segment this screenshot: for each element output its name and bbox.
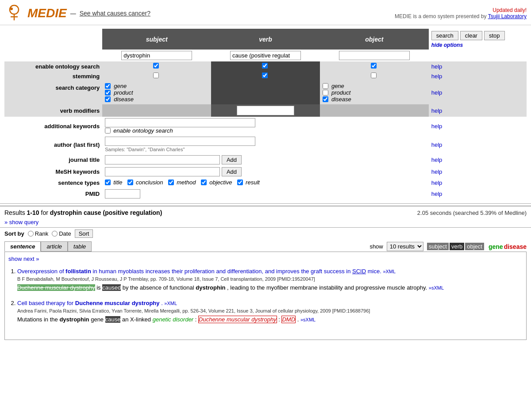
- result-1-sentence-xml[interactable]: »sXML: [429, 285, 444, 290]
- sentence-help-link[interactable]: help: [431, 179, 442, 186]
- category-gene-subject-checkbox[interactable]: [105, 83, 111, 89]
- journal-help-cell: help: [429, 154, 527, 166]
- result-1-title-link[interactable]: Overexpression of follistatin in human m…: [17, 268, 396, 275]
- results-count-select[interactable]: 10 results 20 results 50 results: [387, 242, 423, 251]
- sentence-method-checkbox[interactable]: [168, 179, 174, 185]
- journal-help-link[interactable]: help: [431, 157, 442, 163]
- ontology-verb-checkbox[interactable]: [262, 63, 268, 69]
- tab-sentence[interactable]: sentence: [4, 241, 41, 252]
- show-next-link[interactable]: show next »: [8, 256, 523, 262]
- results-info: Results 1-10 for dystrophin cause (posit…: [4, 209, 162, 216]
- filter-gene-label[interactable]: gene: [489, 243, 503, 250]
- ontology-verb-cell: [211, 61, 320, 71]
- category-gene-object-row: gene: [323, 83, 426, 89]
- tab-table[interactable]: table: [68, 241, 92, 252]
- author-input-cell: Samples: "Darwin", "Darwin Charles": [102, 135, 428, 154]
- journal-input[interactable]: [105, 155, 220, 164]
- subject-input[interactable]: [121, 51, 192, 60]
- additional-keywords-input[interactable]: [105, 118, 255, 127]
- ontology-object-checkbox[interactable]: [371, 63, 377, 69]
- category-product-subject-row: product: [105, 89, 208, 96]
- sentence-conclusion-checkbox[interactable]: [127, 179, 133, 185]
- category-gene-object-label: gene: [331, 83, 344, 89]
- show-label: show: [369, 243, 383, 250]
- additional-help-link[interactable]: help: [431, 123, 442, 130]
- category-product-subject-checkbox[interactable]: [105, 90, 111, 95]
- mesh-input[interactable]: [105, 167, 220, 176]
- ontology-row: enable ontology search help: [4, 61, 527, 71]
- stemming-help-link[interactable]: help: [431, 73, 442, 80]
- tab-controls: show 10 results 20 results 50 results su…: [369, 242, 527, 251]
- author-help-link[interactable]: help: [431, 141, 442, 148]
- col-header-subject: subject: [102, 29, 211, 50]
- category-gene-object-checkbox[interactable]: [323, 83, 328, 89]
- verb-input[interactable]: [230, 51, 301, 60]
- category-disease-subject-checkbox[interactable]: [105, 96, 111, 102]
- result-2-xml-link[interactable]: »XML: [164, 301, 177, 306]
- result-2-sentence: Mutations in the dystrophin gene cause a…: [17, 315, 523, 324]
- hide-options-link[interactable]: hide options: [431, 42, 524, 48]
- sentence-objective-checkbox[interactable]: [201, 179, 207, 185]
- clear-button[interactable]: clear: [460, 31, 482, 40]
- object-input[interactable]: [339, 51, 410, 60]
- verb-modifiers-verb-cell: [211, 104, 320, 117]
- mesh-add-button[interactable]: Add: [222, 167, 242, 176]
- category-product-object-checkbox[interactable]: [323, 90, 328, 95]
- sort-button[interactable]: Sort: [75, 229, 93, 238]
- pmid-help-link[interactable]: help: [431, 191, 442, 197]
- presented-text: MEDIE is a demo system presented by Tsuj…: [395, 13, 527, 19]
- result-1-xml-link[interactable]: »XML: [383, 269, 396, 274]
- result-item-1: Overexpression of follistatin in human m…: [17, 267, 523, 292]
- ontology-subject-checkbox[interactable]: [153, 63, 159, 69]
- show-query-link[interactable]: » show query: [4, 219, 38, 225]
- filter-object-label[interactable]: object: [465, 243, 484, 250]
- verb-input-cell: [211, 50, 320, 61]
- result-2-sentence-xml[interactable]: »sXML: [300, 317, 316, 322]
- sort-rank-radio[interactable]: [28, 231, 34, 237]
- sentence-types-label: sentence types: [4, 178, 102, 188]
- category-object-cell: gene product disease: [320, 81, 429, 104]
- results-query: dystrophin cause (positive regulation): [50, 209, 162, 216]
- filter-verb-label[interactable]: verb: [450, 243, 464, 250]
- mesh-help-link[interactable]: help: [431, 168, 442, 175]
- category-help-link[interactable]: help: [431, 89, 442, 96]
- stop-button[interactable]: stop: [484, 31, 505, 40]
- category-row: search category gene product disease: [4, 81, 527, 104]
- pmid-help-cell: help: [429, 188, 527, 200]
- pmid-row: PMID help: [4, 188, 527, 200]
- verb-modifiers-input[interactable]: [237, 106, 294, 115]
- category-disease-object-checkbox[interactable]: [323, 96, 328, 102]
- sentence-objective-text: objective: [209, 179, 232, 186]
- lab-link[interactable]: Tsujii Laboratory: [488, 13, 527, 19]
- sort-date-radio[interactable]: [52, 231, 58, 237]
- stemming-subject-checkbox[interactable]: [153, 73, 159, 78]
- category-product-object-row: product: [323, 89, 426, 96]
- stemming-help-cell: help: [429, 71, 527, 81]
- pmid-input[interactable]: [105, 189, 140, 199]
- ontology-help-link[interactable]: help: [431, 63, 442, 70]
- journal-row: journal title Add help: [4, 154, 527, 166]
- author-input[interactable]: [105, 137, 255, 146]
- search-button[interactable]: search: [431, 31, 458, 40]
- sentence-result-checkbox[interactable]: [237, 179, 243, 185]
- journal-add-button[interactable]: Add: [222, 155, 242, 164]
- verb-modifiers-help-link[interactable]: help: [431, 107, 442, 114]
- filter-disease-label[interactable]: disease: [504, 243, 527, 250]
- filter-subject-label[interactable]: subject: [427, 243, 449, 250]
- additional-ontology-checkbox[interactable]: [105, 128, 111, 134]
- object-input-cell: [320, 50, 429, 61]
- stemming-verb-checkbox[interactable]: [262, 73, 268, 78]
- result-2-title-link[interactable]: Cell based therapy for Duchenne muscular…: [17, 300, 177, 306]
- additional-keywords-input-cell: enable ontology search: [102, 117, 428, 135]
- category-product-object-label: product: [331, 89, 350, 96]
- tab-article[interactable]: article: [41, 241, 68, 252]
- tagline-link[interactable]: See what causes cancer?: [80, 10, 150, 17]
- sentence-title-checkbox[interactable]: [105, 179, 111, 185]
- result-1-subject-highlight: Duchenne muscular dystrophy: [17, 284, 95, 291]
- result-1-bold-term: follistatin: [65, 268, 91, 275]
- stemming-label: stemming: [4, 71, 102, 81]
- pmid-label: PMID: [4, 188, 102, 200]
- ontology-subject-cell: [102, 61, 211, 71]
- logo-dash: —: [70, 10, 76, 17]
- stemming-object-checkbox[interactable]: [371, 73, 377, 78]
